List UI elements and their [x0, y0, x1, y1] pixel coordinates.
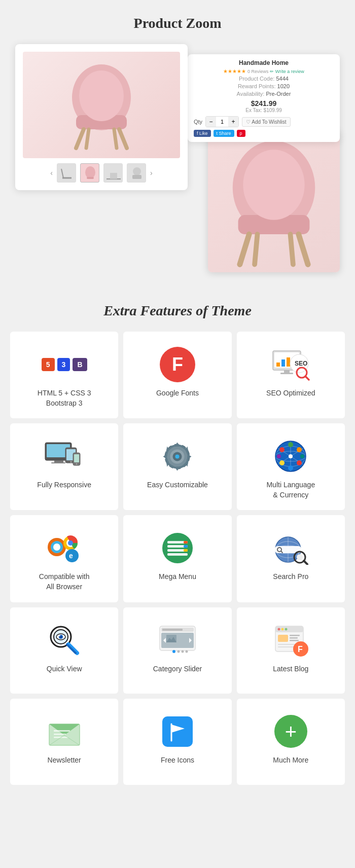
feature-card-html-css-bootstrap: 5 3 B HTML 5 + CSS 3Bootstrap 3	[10, 332, 118, 418]
svg-line-2	[76, 129, 84, 148]
search-pro-svg	[270, 532, 311, 565]
quick-view-svg	[47, 623, 82, 658]
thumbnail-3[interactable]	[103, 163, 123, 183]
browsers-icon: e	[44, 530, 85, 566]
svg-point-70	[297, 460, 302, 465]
free-icons-label: Free Icons	[161, 755, 194, 766]
product-zoom-section: Product Zoom	[0, 0, 355, 277]
svg-rect-26	[287, 357, 290, 367]
facebook-share-button[interactable]: f Like	[194, 130, 211, 137]
mega-menu-svg	[160, 531, 195, 565]
feature-card-quick-view: Quick View	[10, 607, 118, 694]
svg-point-124	[185, 650, 188, 653]
svg-rect-132	[290, 637, 298, 639]
newsletter-label: Newsletter	[48, 755, 81, 766]
svg-line-8	[61, 169, 63, 178]
svg-text:e: e	[69, 552, 73, 560]
twitter-share-button[interactable]: t Share	[214, 130, 234, 137]
responsive-label: Fully Responsive	[37, 480, 91, 490]
svg-rect-133	[290, 640, 299, 641]
feature-card-mega-menu: Mega Menu	[123, 515, 231, 602]
svg-point-110	[59, 635, 62, 638]
svg-point-21	[243, 150, 304, 220]
quick-view-label: Quick View	[47, 664, 82, 674]
responsive-svg	[44, 440, 85, 473]
seo-icon: SEO	[270, 347, 311, 382]
feature-card-latest-blog: F Latest Blog	[237, 607, 345, 694]
svg-rect-90	[184, 541, 188, 544]
svg-rect-131	[290, 635, 300, 636]
svg-rect-116	[161, 633, 194, 648]
svg-rect-140	[54, 730, 70, 732]
globe-icon	[270, 439, 311, 474]
svg-point-85	[162, 533, 193, 563]
quantity-row: Qty − + ♡ Add To Wishlist	[194, 116, 334, 127]
quantity-stepper[interactable]: − +	[205, 116, 239, 127]
svg-marker-51	[163, 454, 166, 458]
thumbnail-2[interactable]	[80, 163, 99, 183]
feature-card-much-more: + Much More	[237, 699, 345, 785]
svg-rect-135	[278, 646, 296, 647]
svg-point-75	[289, 454, 293, 458]
qty-increase-button[interactable]: +	[228, 117, 238, 127]
svg-point-42	[76, 463, 77, 464]
svg-line-103	[304, 561, 307, 564]
mega-menu-label: Mega Menu	[159, 572, 196, 582]
svg-point-74	[300, 454, 304, 458]
availability-row: Availability: Pre-Order	[194, 91, 334, 97]
feature-card-browsers: e Compatible withAll Browser	[10, 515, 118, 602]
svg-rect-27	[284, 370, 290, 373]
google-fonts-icon: F	[157, 347, 198, 382]
svg-line-20	[291, 234, 293, 265]
flag-icon-wrap	[162, 716, 193, 747]
chair-svg-main	[61, 59, 142, 151]
product-code-row: Product Code: 5444	[194, 76, 334, 82]
svg-point-69	[297, 447, 302, 452]
svg-line-19	[255, 234, 257, 265]
product-price: $241.99	[194, 99, 334, 107]
svg-line-3	[119, 129, 127, 148]
feature-card-multilanguage: Multi Language& Currency	[237, 423, 345, 510]
chair-svg-enlarged	[218, 135, 330, 267]
gear-svg	[161, 440, 194, 473]
svg-point-128	[281, 628, 284, 631]
shop-name: Handmade Home	[194, 59, 334, 66]
feature-card-newsletter: Newsletter	[10, 699, 118, 785]
thumbnail-4[interactable]	[127, 163, 146, 183]
feature-card-search-pro: Search Pro	[237, 515, 345, 602]
pinterest-share-button[interactable]: p	[237, 130, 245, 137]
add-to-wishlist-button[interactable]: ♡ Add To Wishlist	[242, 117, 290, 127]
svg-rect-115	[162, 629, 183, 631]
product-tax: Ex Tax: $109.99	[194, 107, 334, 113]
svg-line-17	[240, 234, 249, 265]
css3-badge: 3	[57, 358, 70, 371]
zoom-enlarged-image	[208, 130, 340, 272]
product-zoom-title: Product Zoom	[10, 15, 345, 31]
mega-menu-icon	[157, 530, 198, 566]
html-css-bs-icon: 5 3 B	[44, 347, 85, 382]
svg-rect-41	[74, 454, 79, 462]
svg-point-71	[288, 465, 293, 471]
prev-thumb-arrow[interactable]: ‹	[50, 169, 53, 177]
feature-card-category-slider: Category Slider	[123, 607, 231, 694]
svg-text:SEO: SEO	[295, 360, 307, 367]
thumbnail-1[interactable]	[57, 163, 76, 183]
qty-decrease-button[interactable]: −	[206, 117, 216, 127]
much-more-icon: +	[270, 714, 311, 749]
svg-marker-50	[175, 467, 180, 471]
svg-line-111	[68, 644, 77, 653]
qty-input[interactable]	[216, 117, 228, 127]
svg-point-121	[172, 650, 175, 653]
next-thumb-arrow[interactable]: ›	[150, 169, 153, 177]
google-f-circle: F	[160, 347, 195, 382]
svg-rect-25	[281, 359, 285, 367]
svg-rect-91	[184, 545, 188, 548]
responsive-icon	[44, 439, 85, 474]
reward-points-row: Reward Points: 1020	[194, 83, 334, 89]
feature-card-google-fonts: F Google Fonts	[123, 332, 231, 418]
svg-point-129	[285, 628, 288, 631]
svg-point-13	[133, 167, 141, 175]
latest-blog-svg: F	[273, 624, 308, 657]
latest-blog-label: Latest Blog	[273, 664, 308, 674]
svg-rect-24	[276, 363, 280, 367]
